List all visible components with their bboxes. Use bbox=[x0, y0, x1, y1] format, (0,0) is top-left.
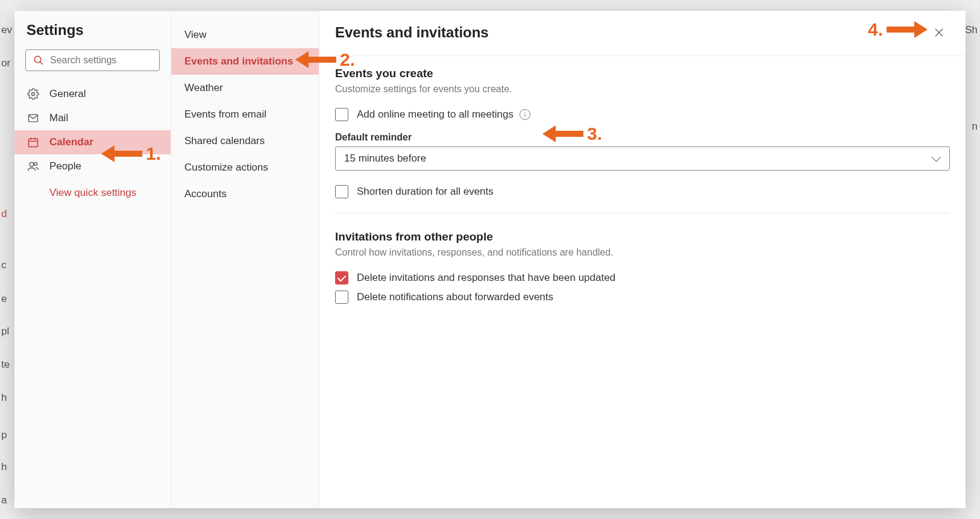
view-quick-settings-link[interactable]: View quick settings bbox=[14, 181, 171, 205]
subnav-weather[interactable]: Weather bbox=[171, 75, 319, 101]
checkbox-delete-forwarded-label: Delete notifications about forwarded eve… bbox=[357, 291, 553, 303]
svg-point-8 bbox=[30, 162, 34, 166]
settings-dialog: Settings General Mail Calendar bbox=[14, 11, 966, 508]
close-icon bbox=[934, 27, 944, 38]
svg-point-9 bbox=[34, 162, 37, 165]
search-settings-input[interactable] bbox=[50, 55, 171, 66]
checkbox-add-online-meeting-label: Add online meeting to all meetings bbox=[357, 109, 514, 121]
checkbox-shorten-duration[interactable] bbox=[335, 185, 348, 198]
default-reminder-select[interactable]: 15 minutes before bbox=[335, 146, 950, 171]
nav-general-label: General bbox=[49, 88, 86, 100]
checkbox-delete-forwarded[interactable] bbox=[335, 291, 348, 304]
bg-text: te bbox=[1, 359, 10, 371]
nav-mail[interactable]: Mail bbox=[14, 106, 171, 130]
svg-point-0 bbox=[34, 56, 41, 63]
default-reminder-value: 15 minutes before bbox=[344, 153, 426, 164]
section-events-you-create-title: Events you create bbox=[335, 67, 950, 80]
checkbox-delete-updated-label: Delete invitations and responses that ha… bbox=[357, 272, 615, 284]
checkbox-add-online-meeting[interactable] bbox=[335, 108, 348, 121]
section-events-you-create-desc: Customize settings for events you create… bbox=[335, 84, 950, 95]
content-title: Events and invitations bbox=[335, 24, 489, 41]
search-settings-box[interactable] bbox=[25, 49, 160, 71]
nav-people-label: People bbox=[49, 160, 81, 172]
settings-primary-nav: Settings General Mail Calendar bbox=[14, 11, 171, 508]
content-body: Events you create Customize settings for… bbox=[319, 56, 966, 326]
mail-icon bbox=[27, 112, 40, 124]
subnav-shared-calendars[interactable]: Shared calendars bbox=[171, 128, 319, 154]
bg-text: h bbox=[1, 392, 7, 404]
checkbox-row-delete-updated: Delete invitations and responses that ha… bbox=[335, 271, 950, 285]
bg-text: n bbox=[972, 121, 978, 133]
nav-calendar[interactable]: Calendar bbox=[14, 130, 171, 154]
nav-people[interactable]: People bbox=[14, 154, 171, 178]
subnav-customize-actions[interactable]: Customize actions bbox=[171, 154, 319, 181]
checkbox-shorten-duration-label: Shorten duration for all events bbox=[357, 186, 494, 198]
svg-line-1 bbox=[40, 61, 43, 64]
close-button[interactable] bbox=[928, 22, 950, 43]
section-invitations-title: Invitations from other people bbox=[335, 230, 950, 244]
bg-text: e bbox=[1, 293, 7, 305]
bg-text: d bbox=[1, 208, 7, 220]
nav-mail-label: Mail bbox=[49, 112, 68, 124]
bg-text: a bbox=[1, 494, 7, 506]
subnav-events-invitations[interactable]: Events and invitations bbox=[171, 48, 319, 75]
settings-secondary-nav: View Events and invitations Weather Even… bbox=[171, 11, 319, 508]
search-icon bbox=[33, 55, 44, 66]
subnav-view[interactable]: View bbox=[171, 22, 319, 48]
bg-text: or bbox=[1, 57, 10, 69]
bg-text: p bbox=[1, 429, 7, 441]
bg-text: Sh bbox=[965, 24, 978, 36]
bg-text: pl bbox=[1, 326, 9, 338]
gear-icon bbox=[27, 88, 40, 100]
svg-point-2 bbox=[32, 93, 35, 96]
subnav-accounts[interactable]: Accounts bbox=[171, 181, 319, 207]
info-icon[interactable]: i bbox=[520, 109, 530, 120]
section-divider bbox=[335, 213, 950, 213]
calendar-icon bbox=[27, 136, 40, 148]
settings-content: Events and invitations Events you create… bbox=[319, 11, 966, 508]
checkbox-row-delete-forwarded: Delete notifications about forwarded eve… bbox=[335, 291, 950, 304]
checkbox-row-shorten: Shorten duration for all events bbox=[335, 185, 950, 198]
nav-calendar-label: Calendar bbox=[49, 136, 93, 148]
checkbox-row-online-meeting: Add online meeting to all meetings i bbox=[335, 108, 950, 121]
people-icon bbox=[27, 160, 40, 172]
bg-text: h bbox=[1, 461, 7, 473]
nav-general[interactable]: General bbox=[14, 82, 171, 106]
section-invitations-desc: Control how invitations, responses, and … bbox=[335, 247, 950, 258]
content-header: Events and invitations bbox=[319, 11, 966, 56]
svg-rect-4 bbox=[29, 139, 38, 146]
bg-text: c bbox=[1, 259, 7, 271]
settings-title: Settings bbox=[14, 22, 171, 49]
default-reminder-label: Default reminder bbox=[335, 132, 950, 143]
subnav-events-from-email[interactable]: Events from email bbox=[171, 101, 319, 128]
bg-text: ev bbox=[1, 24, 12, 36]
checkbox-delete-updated[interactable] bbox=[335, 271, 348, 285]
